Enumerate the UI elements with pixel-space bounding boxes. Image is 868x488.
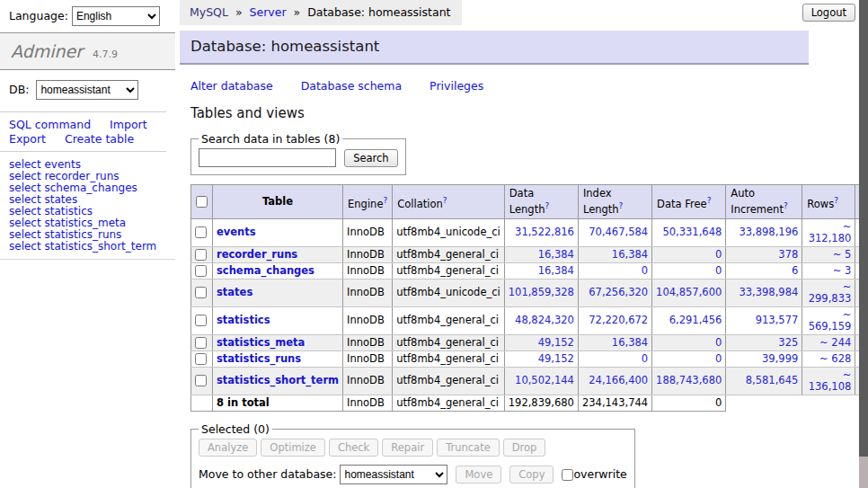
search-input[interactable] <box>199 148 336 167</box>
table-name-link[interactable]: events <box>217 226 256 238</box>
column-hint-link[interactable]: ? <box>443 196 447 205</box>
table-name-link[interactable]: schema_changes <box>217 264 314 277</box>
sidebar-table-link[interactable]: events <box>44 158 80 171</box>
select-link[interactable]: select <box>9 193 41 206</box>
auto-increment-link[interactable]: 33,398,984 <box>739 286 798 298</box>
index-length-link[interactable]: 67,256,320 <box>589 286 648 298</box>
column-hint-link[interactable]: ? <box>784 201 788 210</box>
overwrite-checkbox[interactable] <box>562 469 573 481</box>
rows-link[interactable]: ~ 244 <box>819 336 851 349</box>
data-free-link[interactable]: 188,743,680 <box>656 374 722 386</box>
analyze-button[interactable]: Analyze <box>199 439 257 457</box>
index-length-link[interactable]: 0 <box>642 352 648 365</box>
auto-increment-link[interactable]: 325 <box>778 336 798 349</box>
select-link[interactable]: select <box>9 182 41 194</box>
row-checkbox[interactable] <box>195 375 207 386</box>
sidebar-table-link[interactable]: states <box>44 193 77 206</box>
data-length-link[interactable]: 49,152 <box>538 352 574 365</box>
sidebar-table-link[interactable]: statistics_runs <box>44 228 121 241</box>
auto-increment-link[interactable]: 6 <box>792 264 798 277</box>
rows-link[interactable]: ~ 3 <box>833 264 852 277</box>
select-link[interactable]: select <box>9 158 41 171</box>
sidebar-table-link[interactable]: statistics_meta <box>44 217 126 229</box>
breadcrumb-mysql-link[interactable]: MySQL <box>190 5 228 19</box>
drop-button[interactable]: Drop <box>503 439 546 457</box>
db-select[interactable]: homeassistant <box>36 80 138 100</box>
sidebar-table-link[interactable]: recorder_runs <box>44 170 119 182</box>
rows-link[interactable]: ~ 5 <box>833 248 852 261</box>
column-hint-link[interactable]: ? <box>707 196 712 205</box>
select-all-checkbox[interactable] <box>196 196 208 208</box>
scrollbar-track[interactable] <box>859 0 868 488</box>
index-length-link[interactable]: 16,384 <box>612 248 648 261</box>
language-select[interactable]: English <box>72 6 160 26</box>
breadcrumb-server-link[interactable]: Server <box>250 5 287 19</box>
index-length-link[interactable]: 16,384 <box>612 336 648 349</box>
auto-increment-link[interactable]: 913,577 <box>756 314 799 326</box>
row-checkbox[interactable] <box>195 287 207 298</box>
data-free-link[interactable]: 0 <box>715 248 722 261</box>
data-length-link[interactable]: 48,824,320 <box>515 314 574 326</box>
auto-increment-link[interactable]: 8,581,645 <box>746 374 799 386</box>
index-length-link[interactable]: 24,166,400 <box>589 374 648 386</box>
sidebar-link-sql-command[interactable]: SQL command <box>9 118 91 131</box>
row-checkbox[interactable] <box>195 353 207 365</box>
scrollbar-thumb[interactable] <box>859 0 868 457</box>
copy-button[interactable]: Copy <box>509 466 554 484</box>
select-link[interactable]: select <box>9 217 41 229</box>
sidebar-table-link[interactable]: statistics <box>44 205 93 217</box>
column-hint-link[interactable]: ? <box>619 201 624 210</box>
row-checkbox[interactable] <box>195 337 207 349</box>
column-hint-link[interactable]: ? <box>383 196 387 205</box>
data-free-link[interactable]: 50,331,648 <box>662 226 722 238</box>
index-length-link[interactable]: 72,220,672 <box>589 314 648 326</box>
data-length-link[interactable]: 101,859,328 <box>509 286 574 298</box>
table-name-link[interactable]: statistics_short_term <box>217 374 339 386</box>
optimize-button[interactable]: Optimize <box>261 439 325 457</box>
check-button[interactable]: Check <box>329 439 378 457</box>
sidebar-table-link[interactable]: statistics_short_term <box>44 240 156 253</box>
data-free-link[interactable]: 0 <box>715 264 722 277</box>
auto-increment-link[interactable]: 33,898,196 <box>739 226 798 238</box>
rows-link[interactable]: ~ 299,833 <box>809 280 852 305</box>
row-checkbox[interactable] <box>195 265 207 277</box>
data-free-link[interactable]: 104,857,600 <box>656 286 722 298</box>
search-button[interactable]: Search <box>344 149 398 167</box>
data-length-link[interactable]: 16,384 <box>538 264 574 277</box>
truncate-button[interactable]: Truncate <box>437 439 500 457</box>
repair-button[interactable]: Repair <box>382 439 433 457</box>
data-length-link[interactable]: 10,502,144 <box>515 374 574 386</box>
data-free-link[interactable]: 0 <box>715 336 722 349</box>
data-free-link[interactable]: 0 <box>715 352 722 365</box>
privileges-link[interactable]: Privileges <box>430 79 483 93</box>
auto-increment-link[interactable]: 39,999 <box>762 352 798 365</box>
sidebar-link-export[interactable]: Export <box>9 132 46 146</box>
auto-increment-link[interactable]: 378 <box>778 248 798 261</box>
sidebar-link-import[interactable]: Import <box>110 118 147 131</box>
data-length-link[interactable]: 31,522,816 <box>515 226 574 238</box>
alter-database-link[interactable]: Alter database <box>190 79 273 93</box>
index-length-link[interactable]: 70,467,584 <box>589 226 648 238</box>
data-length-link[interactable]: 49,152 <box>538 336 574 349</box>
select-link[interactable]: select <box>9 228 41 241</box>
index-length-link[interactable]: 0 <box>642 264 648 277</box>
column-hint-link[interactable]: ? <box>834 196 838 205</box>
select-link[interactable]: select <box>9 240 41 253</box>
table-name-link[interactable]: states <box>217 286 252 298</box>
table-name-link[interactable]: statistics <box>217 314 270 326</box>
sidebar-table-link[interactable]: schema_changes <box>44 182 137 194</box>
sidebar-link-create-table[interactable]: Create table <box>65 132 134 146</box>
select-link[interactable]: select <box>9 205 41 217</box>
database-schema-link[interactable]: Database schema <box>301 79 402 93</box>
row-checkbox[interactable] <box>195 226 207 238</box>
data-length-link[interactable]: 16,384 <box>538 248 574 261</box>
table-name-link[interactable]: statistics_runs <box>217 352 301 365</box>
move-button[interactable]: Move <box>456 466 501 484</box>
table-name-link[interactable]: recorder_runs <box>217 248 297 261</box>
select-link[interactable]: select <box>9 170 41 182</box>
column-hint-link[interactable]: ? <box>545 201 549 210</box>
move-db-select[interactable]: homeassistant <box>340 465 447 484</box>
app-name[interactable]: Adminer <box>11 41 83 61</box>
data-free-link[interactable]: 6,291,456 <box>669 314 722 326</box>
row-checkbox[interactable] <box>195 315 207 326</box>
